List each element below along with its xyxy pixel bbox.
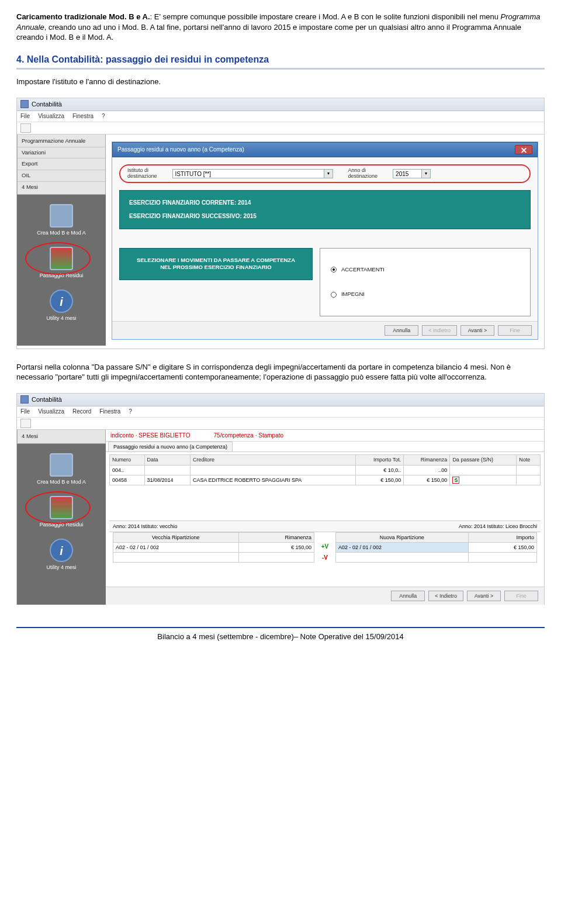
input-anno[interactable]: 2015 [393,169,422,178]
dialog-footer: Annulla < Indietro Avanti > Fine [112,321,538,339]
dialog-footer-2: Annulla < Indietro Avanti > Fine [106,587,544,605]
btn-fine: Fine [498,325,532,336]
cell-cred [190,465,356,475]
left-menu-2: 4 Mesi [17,430,106,444]
redbar-right: 75/competenza · Stampato [214,432,284,440]
old-v2: € 150,00 [238,543,314,553]
leftmenu-oil[interactable]: OIL [18,170,105,182]
toolbar-button[interactable] [20,123,31,133]
menu-file[interactable]: File [20,112,30,120]
mid-paragraph: Portarsi nella colonna "Da passare S/N" … [16,362,545,382]
cell-pass[interactable] [450,465,517,475]
menubar: File Visualizza Finestra ? [17,111,544,122]
intro-t2: , creando uno ad uno i Mod. B. A tal fin… [16,23,521,42]
sidebar-item-crea[interactable]: Crea Mod B e Mod A [17,204,106,236]
toolbar [17,122,544,135]
sidebar-item-passaggio[interactable]: Passaggio Residui [17,247,106,279]
menu-finestra[interactable]: Finestra [72,112,94,120]
leftmenu-export[interactable]: Export [18,158,105,170]
fields-row: Istituto di destinazione ISTITUTO [**] ▾… [119,164,531,183]
menu-visualizza[interactable]: Visualizza [38,112,64,120]
intro-strong: Caricamento tradizionale Mod. B e A. [16,12,150,21]
tab-passaggio[interactable]: Passaggio residui a nuovo anno (a Compet… [108,442,233,451]
old-rip-table: Vecchia RipartizioneRimanenza A02 - 02 /… [113,532,314,563]
new-h1: Nuova Ripartizione [336,532,469,542]
new-h2: Importo [468,532,536,542]
screenshot-1: Contabilità File Visualizza Finestra ? P… [16,98,545,349]
tabbar: Passaggio residui a nuovo anno (a Compet… [106,442,544,452]
cell-num: 004.. [110,465,145,475]
leftmenu-4mesi[interactable]: 4 Mesi [18,182,105,193]
sub-header-row: Anno: 2014 Istituto: vecchio Anno: 2014 … [109,520,541,532]
new-v2: € 150,00 [468,543,536,553]
menu-finestra[interactable]: Finestra [99,408,120,416]
redbar-left: indiconto · SPESE BIGLIETTO [110,432,191,440]
label-anno: Anno di destinazione [348,168,378,180]
table-row[interactable]: 004.. € 10,0.. ..00 [110,465,541,475]
radio-group: ACCERTAMENTI IMPEGNI [320,248,531,317]
cell-pass-sel[interactable]: S [450,475,517,485]
sidebar-item-crea-2[interactable]: Crea Mod B e Mod A [17,453,106,485]
menu-help[interactable]: ? [129,408,132,416]
th-data: Data [144,455,190,465]
teal2-line1: SELEZIONARE I MOVIMENTI DA PASSARE A COM… [130,257,302,264]
chevron-down-icon[interactable]: ▾ [422,169,431,178]
dialog-passaggio: Passaggio residui a nuovo anno (a Compet… [112,142,538,340]
sub-right: Anno: 2014 Istituto: Liceo Brocchi [459,523,537,530]
input-istituto[interactable]: ISTITUTO [**] [172,169,324,178]
leftmenu-4mesi[interactable]: 4 Mesi [18,431,105,442]
cell-data: 31/08/2014 [144,475,190,485]
menu-file[interactable]: File [20,408,30,416]
plus-v-icon[interactable]: +V [321,543,329,551]
cell-note [517,475,541,485]
chevron-down-icon[interactable]: ▾ [324,169,333,178]
screenshot-2: Contabilità File Visualizza Record Fines… [16,393,545,605]
new-rip-table: Nuova RipartizioneImporto A02 - 02 / 01 … [335,532,537,563]
menu-visualizza[interactable]: Visualizza [38,408,64,416]
app-titlebar-2: Contabilità [17,394,544,406]
th-dapassare: Da passare (S/N) [450,455,517,465]
app-title: Contabilità [32,100,62,109]
btn-avanti[interactable]: Avanti > [460,325,494,336]
radio-accertamenti[interactable] [331,267,337,273]
new-v1: A02 - 02 / 01 / 002 [336,543,469,553]
leftmenu-prog-annuale[interactable]: Programmazione Annuale [18,136,105,147]
movements-table: Numero Data Creditore Importo Tot. Riman… [109,454,541,485]
cell-note [517,465,541,475]
btn-indietro-2[interactable]: < Indietro [428,591,463,601]
sidebar-item-passaggio-2[interactable]: Passaggio Residui [17,496,106,528]
left-menu: Programmazione Annuale Variazioni Export… [17,135,106,195]
radio-impegni-label: IMPEGNI [341,291,365,298]
teal-line1: ESERCIZIO FINANZIARIO CORRENTE: 2014 [129,199,521,207]
section-lead: Impostare l'istituto e l'anno di destina… [16,77,545,87]
table-row[interactable]: 00458 31/08/2014 CASA EDITRICE ROBERTO S… [110,475,541,485]
leftmenu-variazioni[interactable]: Variazioni [18,147,105,159]
teal2-line2: NEL PROSSIMO ESERCIZIO FINANZIARIO [130,264,302,271]
minus-v-icon[interactable]: -V [322,554,328,562]
cell-data [144,465,190,475]
sel-s: S [452,477,459,484]
calendar-icon [50,453,73,477]
th-numero: Numero [110,455,145,465]
sidebar: Programmazione Annuale Variazioni Export… [17,135,106,346]
menu-help[interactable]: ? [102,112,105,120]
sidebar-item-utility-2[interactable]: Utility 4 mesi [17,539,106,571]
toolbar-button[interactable] [20,419,31,428]
btn-avanti-2[interactable]: Avanti > [467,591,501,601]
red-info-bar: indiconto · SPESE BIGLIETTO 75/competenz… [106,430,544,442]
old-h2: Rimanenza [238,532,314,542]
sub-left: Anno: 2014 Istituto: vecchio [113,523,178,530]
close-icon[interactable] [515,145,532,154]
radio-impegni[interactable] [331,292,337,298]
calendar-icon [50,204,73,227]
th-creditore: Creditore [190,455,356,465]
th-importo: Importo Tot. [356,455,404,465]
btn-annulla-2[interactable]: Annulla [391,591,425,601]
cell-rim: € 150,00 [404,475,450,485]
menu-record[interactable]: Record [72,408,91,416]
btn-annulla[interactable]: Annulla [385,325,418,336]
dialog-titlebar: Passaggio residui a nuovo anno (a Compet… [112,142,538,157]
section-title: 4. Nella Contabilità: passaggio dei resi… [16,53,545,70]
dialog-title: Passaggio residui a nuovo anno (a Compet… [117,146,244,154]
sidebar-item-utility[interactable]: Utility 4 mesi [17,289,106,322]
